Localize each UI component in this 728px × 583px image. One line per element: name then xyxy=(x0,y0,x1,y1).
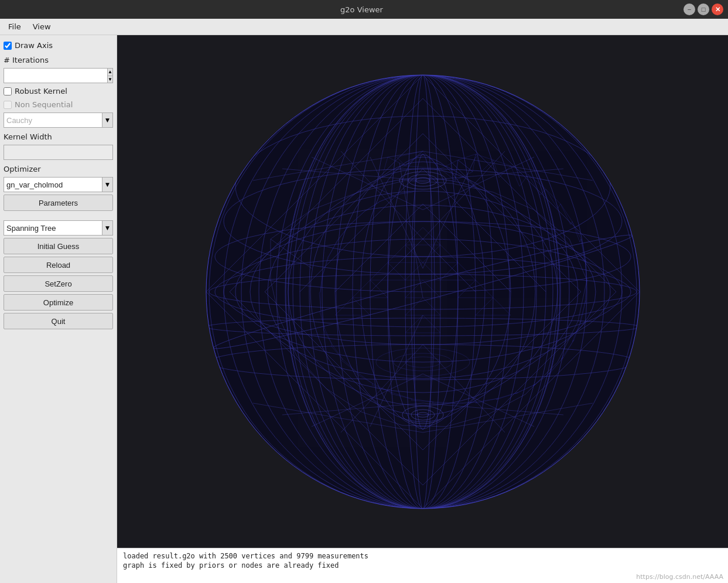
quit-button[interactable]: Quit xyxy=(4,313,113,329)
sidebar: Draw Axis # Iterations 10 ▲ ▼ Robust Ker… xyxy=(0,35,117,583)
status-line-2: graph is fixed by priors or nodes are al… xyxy=(123,561,722,570)
status-line-1: loaded result.g2o with 2500 vertices and… xyxy=(123,552,722,560)
optimizer-container: gn_var_cholmod ▼ xyxy=(4,177,113,192)
kernel-type-arrow: ▼ xyxy=(102,113,112,127)
robust-kernel-checkbox[interactable] xyxy=(4,87,12,96)
optimizer-select[interactable]: gn_var_cholmod xyxy=(4,179,102,190)
kernel-width-label: Kernel Width xyxy=(4,130,113,142)
minimize-button[interactable]: − xyxy=(683,4,695,15)
viewport[interactable] xyxy=(117,35,728,548)
menu-file[interactable]: File xyxy=(2,20,27,33)
kernel-type-select[interactable]: Cauchy xyxy=(4,115,102,126)
maximize-button[interactable]: □ xyxy=(698,4,709,15)
spin-down-button[interactable]: ▼ xyxy=(108,76,112,83)
optimizer-label: Optimizer xyxy=(4,162,113,175)
spin-up-button[interactable]: ▲ xyxy=(108,69,112,76)
window-controls: − □ ✕ xyxy=(683,4,723,15)
separator-1 xyxy=(4,213,113,218)
reload-button[interactable]: Reload xyxy=(4,257,113,273)
robust-kernel-row: Robust Kernel xyxy=(4,86,113,97)
close-button[interactable]: ✕ xyxy=(712,4,723,15)
non-sequential-label: Non Sequential xyxy=(15,100,73,109)
non-sequential-checkbox[interactable] xyxy=(4,101,12,109)
spinbox-arrows: ▲ ▼ xyxy=(107,69,112,83)
menubar: File View xyxy=(0,19,728,35)
draw-axis-label[interactable]: Draw Axis xyxy=(4,41,53,50)
robust-kernel-label: Robust Kernel xyxy=(15,87,67,96)
non-sequential-row: Non Sequential xyxy=(4,99,113,110)
setzero-button[interactable]: SetZero xyxy=(4,275,113,292)
titlebar: g2o Viewer − □ ✕ xyxy=(0,0,728,19)
iterations-input[interactable]: 10 xyxy=(4,69,107,83)
window-title: g2o Viewer xyxy=(40,5,683,14)
iterations-label: # Iterations xyxy=(4,53,113,66)
kernel-type-container: Cauchy ▼ xyxy=(4,112,113,128)
main-layout: Draw Axis # Iterations 10 ▲ ▼ Robust Ker… xyxy=(0,35,728,583)
iterations-spinbox[interactable]: 10 ▲ ▼ xyxy=(4,68,113,83)
menu-view[interactable]: View xyxy=(27,20,57,33)
content-area: loaded result.g2o with 2500 vertices and… xyxy=(117,35,728,583)
parameters-button[interactable]: Parameters xyxy=(4,195,113,211)
optimize-button[interactable]: Optimize xyxy=(4,294,113,311)
optimizer-arrow: ▼ xyxy=(102,178,112,192)
sphere-visualization xyxy=(117,35,728,548)
draw-axis-row: Draw Axis xyxy=(4,40,113,51)
initial-guess-select[interactable]: Spanning Tree xyxy=(4,223,102,234)
draw-axis-checkbox[interactable] xyxy=(4,42,12,50)
initial-guess-arrow: ▼ xyxy=(102,221,112,235)
statusbar: loaded result.g2o with 2500 vertices and… xyxy=(117,548,728,583)
initial-guess-dropdown-container: Spanning Tree ▼ xyxy=(4,220,113,236)
kernel-width-input[interactable]: 1.0 xyxy=(4,145,113,160)
initial-guess-button[interactable]: Initial Guess xyxy=(4,238,113,254)
